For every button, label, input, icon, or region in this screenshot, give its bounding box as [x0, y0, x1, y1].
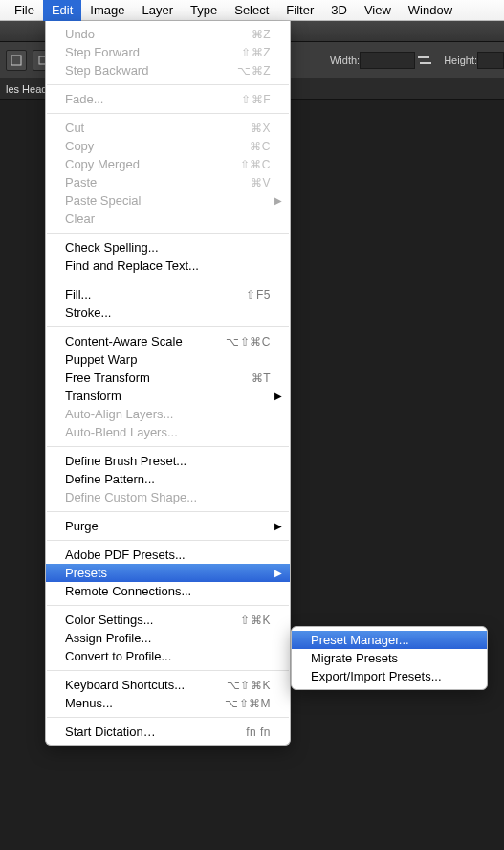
menubar-item-3d[interactable]: 3D: [322, 0, 356, 21]
submenu-item[interactable]: Migrate Presets: [292, 649, 487, 667]
menu-item[interactable]: Keyboard Shortcuts...⌥⇧⌘K: [46, 676, 290, 694]
menubar-item-window[interactable]: Window: [400, 0, 461, 21]
menubar-item-view[interactable]: View: [356, 0, 400, 21]
menu-item: Paste Special▶: [46, 191, 290, 210]
menu-item-shortcut: ⇧⌘Z: [213, 46, 271, 59]
menu-item-label: Stroke...: [65, 305, 271, 320]
menu-item: Auto-Align Layers...: [46, 405, 290, 423]
menubar-item-image[interactable]: Image: [81, 0, 133, 21]
menu-separator: [47, 605, 289, 606]
menu-item-shortcut: ⌘X: [213, 122, 271, 135]
menu-item[interactable]: Remote Connections...: [46, 582, 290, 600]
height-field[interactable]: [477, 52, 504, 69]
menu-item-label: Remote Connections...: [65, 584, 271, 598]
menu-item[interactable]: Start Dictation…fn fn: [46, 723, 290, 741]
menu-separator: [47, 446, 289, 447]
menu-item-label: Define Brush Preset...: [65, 454, 271, 468]
menu-separator: [47, 84, 289, 85]
menu-item: Step Backward⌥⌘Z: [46, 61, 290, 79]
menu-item[interactable]: Check Spelling...: [46, 238, 290, 257]
menu-item-label: Step Backward: [65, 63, 213, 78]
menu-item-label: Cut: [65, 121, 213, 135]
menu-item-shortcut: ⇧⌘F: [213, 93, 271, 106]
submenu-arrow-icon: ▶: [274, 195, 282, 206]
submenu-arrow-icon: ▶: [274, 391, 282, 401]
submenu-item[interactable]: Preset Manager...: [292, 631, 487, 649]
submenu-arrow-icon: ▶: [274, 568, 282, 578]
menu-item[interactable]: Free Transform⌘T: [46, 369, 290, 387]
menu-item-shortcut: ⌘Z: [213, 28, 271, 41]
menubar-item-file[interactable]: File: [6, 0, 43, 21]
menu-item-label: Purge: [65, 519, 271, 533]
menu-item-label: Content-Aware Scale: [65, 334, 213, 348]
menu-separator: [47, 113, 289, 114]
menu-item-shortcut: ⇧⌘C: [213, 158, 271, 171]
menu-item-label: Keyboard Shortcuts...: [65, 678, 213, 692]
menu-item[interactable]: Fill...⇧F5: [46, 285, 290, 303]
menu-item[interactable]: Content-Aware Scale⌥⇧⌘C: [46, 332, 290, 350]
menu-item-label: Step Forward: [65, 45, 213, 59]
menu-item-label: Fade...: [65, 92, 213, 106]
mac-menubar: File Edit Image Layer Type Select Filter…: [0, 0, 504, 21]
menu-item-label: Auto-Align Layers...: [65, 407, 271, 421]
menubar-item-select[interactable]: Select: [226, 0, 277, 21]
menu-item[interactable]: Presets▶: [46, 564, 290, 582]
menu-item: Copy⌘C: [46, 137, 290, 155]
menu-item-label: Presets: [65, 566, 271, 580]
width-field[interactable]: [360, 52, 415, 69]
menubar-item-type[interactable]: Type: [182, 0, 226, 21]
menu-separator: [47, 280, 289, 280]
svg-rect-0: [11, 56, 21, 65]
menu-item-shortcut: ⌘V: [213, 176, 271, 190]
menu-separator: [47, 326, 289, 327]
menu-item-label: Paste Special: [65, 193, 271, 208]
menu-item-label: Convert to Profile...: [65, 649, 271, 663]
menu-item[interactable]: Menus...⌥⇧⌘M: [46, 694, 290, 712]
tool-preset-icon[interactable]: [6, 50, 27, 71]
submenu-item-label: Preset Manager...: [311, 633, 468, 647]
menu-item[interactable]: Purge▶: [46, 517, 290, 535]
menu-item-label: Clear: [65, 212, 271, 226]
menubar-item-layer[interactable]: Layer: [134, 0, 183, 21]
menu-item-label: Adobe PDF Presets...: [65, 548, 271, 562]
menu-item-label: Undo: [65, 27, 213, 41]
menu-separator: [47, 233, 289, 234]
menu-item-label: Copy: [65, 139, 213, 153]
height-label: Height:: [444, 55, 477, 66]
menu-item[interactable]: Adobe PDF Presets...: [46, 546, 290, 564]
menu-item[interactable]: Define Brush Preset...: [46, 452, 290, 470]
menu-item-shortcut: fn fn: [213, 726, 271, 739]
menu-item-label: Puppet Warp: [65, 352, 271, 367]
menu-item-shortcut: ⌥⇧⌘K: [213, 679, 271, 692]
menu-item-label: Define Pattern...: [65, 472, 271, 486]
menu-item[interactable]: Puppet Warp: [46, 350, 290, 369]
menu-item-label: Fill...: [65, 287, 213, 302]
menu-item-label: Transform: [65, 389, 271, 403]
submenu-item[interactable]: Export/Import Presets...: [292, 667, 487, 685]
menu-separator: [47, 511, 289, 512]
menu-item[interactable]: Assign Profile...: [46, 629, 290, 647]
menu-item-label: Assign Profile...: [65, 631, 271, 645]
menu-item[interactable]: Color Settings...⇧⌘K: [46, 611, 290, 629]
submenu-item-label: Export/Import Presets...: [311, 669, 468, 683]
menubar-item-filter[interactable]: Filter: [277, 0, 322, 21]
menu-item[interactable]: Find and Replace Text...: [46, 257, 290, 275]
menu-item[interactable]: Stroke...: [46, 303, 290, 322]
menu-item-shortcut: ⌘T: [213, 371, 271, 385]
menu-item-label: Free Transform: [65, 370, 213, 385]
menubar-item-edit[interactable]: Edit: [43, 0, 81, 21]
menu-item-shortcut: ⌘C: [213, 140, 271, 153]
menu-item-label: Copy Merged: [65, 157, 213, 171]
menu-item: Copy Merged⇧⌘C: [46, 155, 290, 173]
menu-item-label: Check Spelling...: [65, 240, 271, 255]
menu-item[interactable]: Transform▶: [46, 387, 290, 405]
menu-item-shortcut: ⇧F5: [213, 288, 271, 302]
edit-dropdown: Undo⌘ZStep Forward⇧⌘ZStep Backward⌥⌘ZFad…: [45, 21, 291, 746]
menu-item[interactable]: Define Pattern...: [46, 470, 290, 488]
menu-item-label: Define Custom Shape...: [65, 490, 271, 504]
menu-separator: [47, 670, 289, 671]
swap-dimensions-icon[interactable]: [415, 54, 434, 67]
submenu-arrow-icon: ▶: [274, 521, 282, 531]
menu-item: Paste⌘V: [46, 173, 290, 191]
menu-item[interactable]: Convert to Profile...: [46, 647, 290, 665]
